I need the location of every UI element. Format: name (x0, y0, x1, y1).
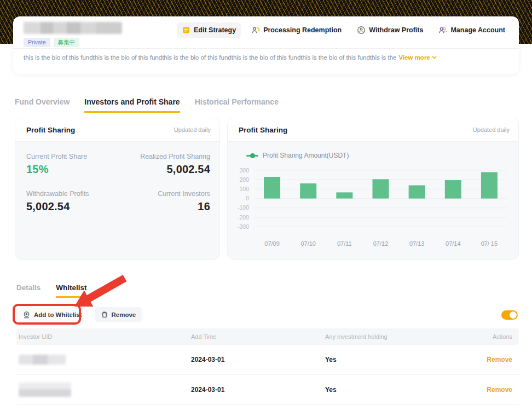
whitelist-toggle[interactable] (501, 310, 518, 320)
manage-account-label: Manage Account (450, 26, 505, 34)
fund-card-divider (13, 48, 519, 49)
remove-button-label: Remove (112, 311, 136, 318)
investor-uid-redacted (19, 355, 191, 365)
fund-management-page: Private 募集中 Edit Strategy Processing Red… (0, 0, 532, 410)
y-tick-label: 100 (239, 186, 249, 192)
stat-value: 5,002.54 (26, 200, 118, 213)
row-remove-link[interactable]: Remove (487, 386, 512, 394)
edit-strategy-icon (182, 26, 190, 34)
chart-card-updated: Updated daily (473, 126, 510, 133)
chart-card-title: Profit Sharing (239, 126, 287, 134)
add-to-whitelist-label: Add to Whitelist (34, 311, 82, 318)
x-tick-label: 07/13 (409, 240, 425, 247)
col-actions: Actions (474, 333, 512, 340)
chart-legend: Profit Sharing Amount(USDT) (246, 152, 511, 159)
add-time-cell: 2024-03-01 (191, 356, 325, 363)
x-tick-label: 07/10 (300, 240, 316, 247)
table-header-row: Investor UID Add Time Any investment hol… (16, 328, 519, 345)
tab-whitelist[interactable]: Whitelist (56, 284, 86, 298)
y-tick-label: 300 (239, 167, 249, 174)
y-tick-label: -100 (238, 204, 249, 211)
chart-bar (445, 180, 461, 199)
stat-withdrawable-profits: Withdrawable Profits 5,002.54 (26, 190, 118, 213)
chart-bar (300, 183, 316, 199)
x-tick-label: 07/12 (373, 240, 389, 247)
chevron-down-icon (432, 56, 437, 59)
stat-value: 15% (26, 163, 118, 176)
stat-label: Realized Profit Sharing (118, 153, 210, 160)
holding-cell: Yes (325, 386, 474, 394)
y-tick-label: -200 (238, 214, 249, 221)
x-tick-label: 07/11 (337, 240, 352, 247)
chart-bar (264, 177, 280, 199)
stat-label: Withdrawable Profits (26, 190, 118, 198)
x-tick-label: 07/ 15 (481, 240, 498, 247)
chart-bar (336, 192, 352, 198)
manage-account-icon (438, 26, 447, 34)
fund-badges: Private 募集中 (24, 38, 79, 47)
stat-label: Current Investors (118, 190, 210, 198)
withdraw-profits-icon (357, 26, 366, 34)
fund-bio-text: this is the bio of this fundthis is the … (24, 54, 396, 61)
stat-current-investors: Current Investors 16 (118, 190, 210, 213)
stats-card-header: Profit Sharing Updated daily (15, 118, 219, 141)
processing-redemption-button[interactable]: Processing Redemption (246, 22, 346, 38)
x-tick-label: 07/09 (264, 240, 280, 247)
edit-strategy-label: Edit Strategy (194, 26, 236, 34)
recruiting-badge: 募集中 (54, 38, 80, 47)
table-row: 2024-03-01 Yes Remove (16, 345, 519, 375)
fund-actions: Edit Strategy Processing Redemption With… (177, 22, 510, 38)
view-more-link[interactable]: View more (398, 54, 436, 61)
stat-realized-profit-sharing: Realized Profit Sharing 5,002.54 (118, 153, 210, 176)
add-to-whitelist-button[interactable]: Add to Whitelist (16, 307, 88, 322)
chart-bar (373, 179, 389, 198)
y-tick-label: 200 (239, 176, 249, 183)
trash-icon (101, 311, 108, 319)
fund-bio-row: this is the bio of this fundthis is the … (24, 54, 508, 61)
processing-redemption-label: Processing Redemption (263, 26, 342, 34)
table-row: 2024-03-01 Yes Remove (16, 375, 519, 405)
profit-sharing-bar-chart: 3002001000-100-200-30007/0907/1007/1107/… (231, 165, 512, 248)
stats-card-updated: Updated daily (174, 126, 211, 133)
investor-uid-redacted (19, 383, 191, 397)
fund-header-card: Private 募集中 Edit Strategy Processing Red… (13, 16, 519, 74)
private-badge: Private (24, 38, 50, 47)
stat-value: 5,002.54 (118, 163, 210, 176)
tab-historical-performance[interactable]: Historical Performance (195, 97, 279, 113)
x-tick-label: 07/14 (446, 240, 461, 247)
withdraw-profits-label: Withdraw Profits (369, 26, 423, 34)
profit-sharing-chart-card: Profit Sharing Updated daily Profit Shar… (227, 118, 519, 260)
stat-label: Current Profit Share (26, 153, 118, 160)
chart-bar (409, 186, 425, 199)
remove-button[interactable]: Remove (95, 307, 142, 322)
withdraw-profits-button[interactable]: Withdraw Profits (352, 22, 428, 38)
stat-current-profit-share: Current Profit Share 15% (26, 153, 118, 176)
whitelist-toolbar: Add to Whitelist Remove (16, 307, 518, 323)
col-investor-uid: Investor UID (19, 333, 191, 340)
edit-strategy-button[interactable]: Edit Strategy (177, 22, 241, 38)
legend-label: Profit Sharing Amount(USDT) (263, 152, 349, 159)
add-to-whitelist-icon (22, 311, 31, 319)
tab-fund-overview[interactable]: Fund Overview (15, 97, 70, 113)
manage-account-button[interactable]: Manage Account (433, 22, 510, 38)
chart-card-header: Profit Sharing Updated daily (228, 118, 518, 141)
stat-value: 16 (118, 200, 210, 213)
stats-card-title: Profit Sharing (26, 126, 75, 134)
col-add-time: Add Time (191, 333, 325, 340)
stats-card-body: Current Profit Share 15% Realized Profit… (15, 141, 219, 260)
fund-name-redacted (24, 22, 122, 34)
tab-investors-profit-share[interactable]: Investors and Profit Share (84, 97, 180, 113)
profit-sharing-stats-card: Profit Sharing Updated daily Current Pro… (15, 118, 220, 260)
y-tick-label: -300 (238, 223, 249, 230)
chart-card-body: Profit Sharing Amount(USDT) 3002001000-1… (228, 141, 518, 260)
processing-redemption-icon (251, 26, 260, 34)
main-tabs: Fund Overview Investors and Profit Share… (15, 97, 279, 113)
y-tick-label: 0 (246, 195, 249, 201)
whitelist-table: Investor UID Add Time Any investment hol… (16, 328, 519, 405)
holding-cell: Yes (325, 356, 474, 363)
chart-bar (481, 172, 498, 198)
tab-details[interactable]: Details (16, 284, 41, 298)
legend-marker-icon (246, 155, 258, 157)
add-time-cell: 2024-03-01 (191, 386, 325, 394)
row-remove-link[interactable]: Remove (487, 356, 512, 363)
